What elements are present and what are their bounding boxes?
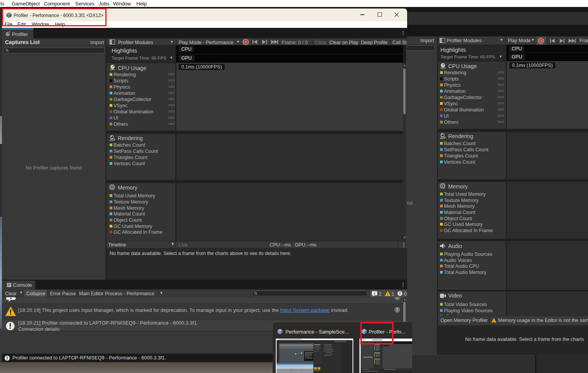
svg-text:!: ! (399, 291, 401, 296)
svg-text:!: ! (387, 293, 389, 296)
svg-text:CPU: CPU (440, 67, 445, 69)
svg-text:CPU: CPU (110, 68, 115, 71)
svg-text:!: ! (374, 291, 375, 296)
svg-text:!: ! (493, 319, 495, 323)
svg-text:6: 6 (280, 331, 281, 334)
